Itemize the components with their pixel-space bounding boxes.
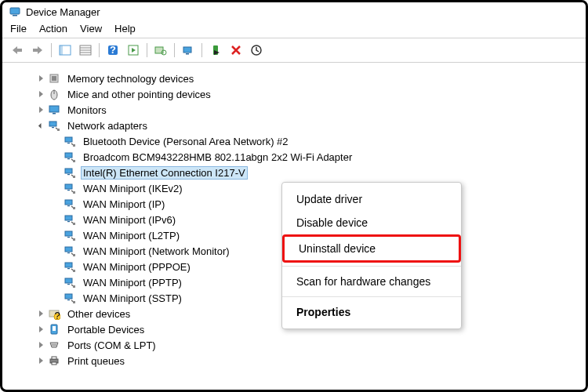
tree-node-label[interactable]: Mice and other pointing devices [65,88,213,101]
tree-node-label[interactable]: WAN Miniport (IKEv2) [81,182,185,195]
svg-rect-34 [65,169,72,173]
context-menu-item[interactable]: Update driver [282,187,461,211]
svg-rect-54 [73,270,75,272]
tree-node-label[interactable]: Bluetooth Device (Personal Area Network)… [81,135,291,148]
tree-node[interactable]: Bluetooth Device (Personal Area Network)… [7,133,581,149]
network-icon [48,119,60,132]
svg-rect-33 [73,160,75,162]
enable-button[interactable] [207,42,224,59]
printer-icon [48,354,60,367]
netcard-icon [64,213,76,226]
menu-view[interactable]: View [80,23,102,34]
svg-rect-28 [65,137,72,142]
svg-rect-26 [52,127,54,128]
svg-rect-25 [49,122,56,126]
collapsed-twisty-icon[interactable] [35,89,46,100]
svg-rect-49 [65,247,72,252]
svg-rect-70 [52,357,56,359]
collapsed-twisty-icon[interactable] [35,324,46,335]
context-menu-separator [282,296,461,297]
menubar: File Action View Help [2,21,586,38]
svg-point-67 [53,344,54,345]
netcard-icon [64,182,76,194]
context-menu-item[interactable]: Scan for hardware changes [282,270,461,293]
tree-node[interactable]: Broadcom BCM943228HMB 802.11abgn 2x2 Wi-… [7,149,581,165]
tree-node[interactable]: Print queues [7,353,581,368]
context-menu-item[interactable]: Properties [282,300,461,324]
svg-rect-27 [57,129,60,131]
device-manager-window: Device Manager File Action View Help ? M… [0,0,588,392]
svg-rect-30 [73,144,75,147]
svg-rect-1 [13,15,17,16]
tree-node[interactable]: Monitors [7,102,581,118]
tree-node-label[interactable]: Monitors [65,103,109,117]
menu-help[interactable]: Help [114,23,136,34]
svg-rect-20 [52,76,56,81]
svg-rect-57 [73,285,75,288]
netcard-icon [64,260,76,273]
back-button[interactable] [9,42,26,59]
tree-node-label[interactable]: WAN Miniport (Network Monitor) [81,245,232,258]
tree-node-label[interactable]: Portable Devices [65,323,147,336]
add-legacy-button[interactable] [180,42,197,59]
tree-node-label[interactable]: WAN Miniport (IP) [81,198,167,211]
properties-button[interactable] [77,42,94,59]
show-tree-button[interactable] [56,42,74,59]
tree-node[interactable]: Memory technology devices [7,71,581,86]
context-menu-separator [282,266,461,267]
expanded-twisty-icon[interactable] [35,120,46,131]
tree-node[interactable]: Ports (COM & LPT) [7,337,581,353]
tree-node-label[interactable]: Intel(R) Ethernet Connection I217-V [81,166,248,180]
svg-rect-46 [65,231,72,236]
tree-node-label[interactable]: WAN Miniport (PPTP) [81,276,184,289]
tree-node-label[interactable]: WAN Miniport (SSTP) [81,292,184,305]
svg-rect-42 [73,207,75,209]
tree-node-label[interactable]: Network adapters [65,119,150,132]
svg-rect-37 [65,184,72,189]
collapsed-twisty-icon[interactable] [35,339,46,350]
context-menu-item[interactable]: Disable device [282,211,461,234]
svg-rect-23 [49,106,59,112]
window-title: Device Manager [26,6,100,18]
update-driver-button[interactable] [248,42,265,59]
svg-rect-51 [73,254,75,256]
svg-rect-16 [186,53,189,55]
tree-node-label[interactable]: Other devices [65,307,132,321]
svg-rect-3 [33,49,38,52]
menu-action[interactable]: Action [39,23,67,34]
toolbar-separator [51,43,52,57]
netcard-icon [64,292,76,304]
tree-node-label[interactable]: Print queues [65,354,127,368]
tree-node-label[interactable]: Memory technology devices [65,72,196,85]
forward-button[interactable] [29,42,46,59]
svg-rect-45 [73,223,75,225]
help-button[interactable]: ? [104,42,122,59]
tree-node[interactable]: Network adapters [7,118,581,133]
tree-node[interactable]: Mice and other pointing devices [7,86,581,102]
svg-rect-31 [65,153,72,158]
svg-text:?: ? [54,310,60,320]
tree-node-label[interactable]: WAN Miniport (IPv6) [81,213,178,227]
svg-rect-44 [67,221,70,222]
tree-node-label[interactable]: WAN Miniport (L2TP) [81,229,182,242]
toolbar-separator [99,43,100,57]
titlebar: Device Manager [2,2,586,21]
svg-rect-71 [52,362,56,365]
other-icon: ? [48,307,60,320]
tree-node[interactable]: Intel(R) Ethernet Connection I217-V [7,165,581,180]
disable-button[interactable] [227,42,245,59]
tree-node-label[interactable]: WAN Miniport (PPPOE) [81,260,193,274]
menu-file[interactable]: File [10,23,27,34]
toolbar-separator [201,43,202,57]
netcard-icon [64,198,76,210]
action-button[interactable] [125,42,142,59]
collapsed-twisty-icon[interactable] [35,73,46,84]
scan-hardware-button[interactable] [152,42,169,59]
context-menu-item[interactable]: Uninstall device [282,234,461,263]
svg-rect-47 [67,237,70,238]
collapsed-twisty-icon[interactable] [35,308,46,319]
tree-node-label[interactable]: Ports (COM & LPT) [65,339,158,352]
collapsed-twisty-icon[interactable] [35,355,46,366]
tree-node-label[interactable]: Broadcom BCM943228HMB 802.11abgn 2x2 Wi-… [81,151,354,164]
collapsed-twisty-icon[interactable] [35,104,46,115]
